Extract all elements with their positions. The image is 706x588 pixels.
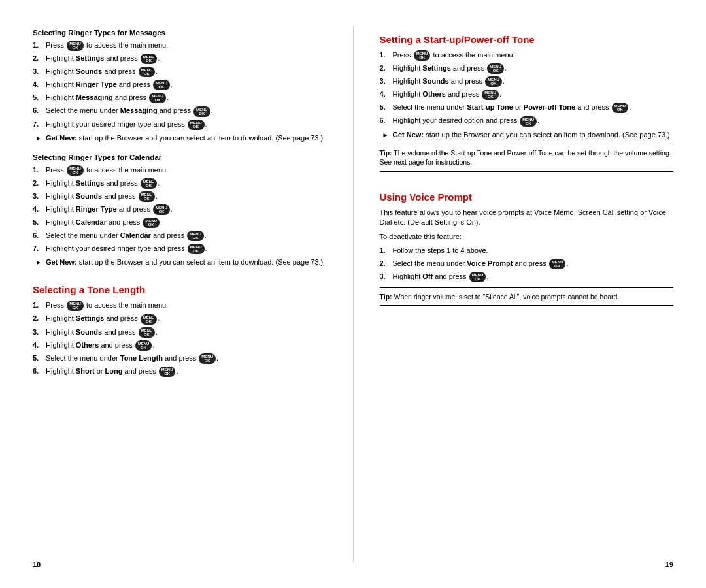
- ringer-calendar-list: 1. Press MENUOK to access the main menu.…: [33, 165, 327, 255]
- menu-ok-btn: MENUOK: [149, 93, 166, 103]
- menu-ok-btn: MENUOK: [135, 340, 152, 351]
- menu-ok-btn: MENUOK: [159, 367, 176, 377]
- section-voice-prompt: Using Voice Prompt This feature allows y…: [380, 184, 674, 311]
- menu-ok-btn: MENUOK: [485, 76, 502, 87]
- bullet-get-new-3: ► Get New: start up the Browser and you …: [380, 131, 674, 139]
- menu-ok-btn: MENUOK: [520, 116, 537, 127]
- list-item: 3. Highlight Sounds and press MENUOK.: [33, 327, 327, 338]
- tip-voice-prompt: Tip: When ringer volume is set to "Silen…: [380, 287, 674, 306]
- startup-tone-list: 1. Press MENUOK to access the main menu.…: [380, 50, 674, 127]
- list-item: 1. Press MENUOK to access the main menu.: [33, 301, 327, 311]
- section-ringer-messages: Selecting Ringer Types for Messages 1. P…: [33, 26, 327, 144]
- menu-ok-btn: MENUOK: [153, 204, 170, 215]
- menu-ok-btn: MENUOK: [139, 191, 156, 202]
- menu-ok-btn: MENUOK: [67, 301, 84, 311]
- menu-ok-btn: MENUOK: [469, 272, 486, 282]
- list-item: 3. Highlight Sounds and press MENUOK.: [33, 191, 327, 202]
- menu-ok-btn: MENUOK: [67, 165, 84, 176]
- list-item: 3. Highlight Off and press MENUOK.: [380, 272, 674, 282]
- section-ringer-calendar-title: Selecting Ringer Types for Calendar: [33, 154, 327, 161]
- list-item: 4. Highlight Others and press MENUOK.: [380, 90, 674, 100]
- voice-prompt-intro1: This feature allows you to hear voice pr…: [380, 208, 674, 228]
- menu-ok-btn: MENUOK: [612, 103, 629, 113]
- tone-length-list: 1. Press MENUOK to access the main menu.…: [33, 301, 327, 377]
- list-item: 3. Highlight Sounds and press MENUOK.: [33, 67, 327, 77]
- menu-ok-btn: MENUOK: [67, 41, 84, 51]
- menu-ok-btn: MENUOK: [549, 259, 566, 269]
- page-number-left: 18: [33, 561, 41, 568]
- voice-prompt-intro2: To deactivate this feature:: [380, 232, 674, 242]
- list-item: 1. Follow the steps 1 to 4 above.: [380, 246, 674, 255]
- bullet-get-new-2: ► Get New: start up the Browser and you …: [33, 258, 327, 266]
- section-tone-length: Selecting a Tone Length 1. Press MENUOK …: [33, 276, 327, 381]
- list-item: 6. Highlight Short or Long and press MEN…: [33, 367, 327, 377]
- list-item: 5. Select the menu under Tone Length and…: [33, 353, 327, 364]
- section-tone-length-title: Selecting a Tone Length: [33, 284, 327, 295]
- section-startup-tone-title: Setting a Start-up/Power-off Tone: [380, 34, 674, 45]
- menu-ok-btn: MENUOK: [153, 80, 170, 90]
- list-item: 5. Highlight Calendar and press MENUOK.: [33, 218, 327, 228]
- list-item: 7. Highlight your desired ringer type an…: [33, 244, 327, 254]
- menu-ok-btn: MENUOK: [188, 244, 205, 254]
- list-item: 1. Press MENUOK to access the main menu.: [33, 165, 327, 176]
- list-item: 7. Highlight your desired ringer type an…: [33, 120, 327, 130]
- section-startup-tone: Setting a Start-up/Power-off Tone 1. Pre…: [380, 26, 674, 177]
- list-item: 3. Highlight Sounds and press MENUOK.: [380, 76, 674, 87]
- section-voice-prompt-title: Using Voice Prompt: [380, 191, 674, 203]
- list-item: 6. Select the menu under Calendar and pr…: [33, 231, 327, 241]
- list-item: 4. Highlight Ringer Type and press MENUO…: [33, 204, 327, 215]
- menu-ok-btn: MENUOK: [188, 120, 205, 130]
- page-divider: [353, 26, 354, 562]
- menu-ok-btn: MENUOK: [141, 178, 158, 189]
- list-item: 4. Highlight Ringer Type and press MENUO…: [33, 80, 327, 90]
- menu-ok-btn: MENUOK: [414, 50, 431, 61]
- section-ringer-messages-title: Selecting Ringer Types for Messages: [33, 29, 327, 37]
- list-item: 2. Highlight Settings and press MENUOK.: [33, 54, 327, 64]
- list-item: 6. Highlight your desired option and pre…: [380, 116, 674, 126]
- voice-prompt-list: 1. Follow the steps 1 to 4 above. 2. Sel…: [380, 246, 674, 282]
- menu-ok-btn: MENUOK: [199, 353, 216, 364]
- list-item: 1. Press MENUOK to access the main menu.: [33, 41, 327, 51]
- menu-ok-btn: MENUOK: [187, 231, 204, 241]
- list-item: 2. Highlight Settings and press MENUOK.: [380, 63, 674, 74]
- list-item: 5. Highlight Messaging and press MENUOK.: [33, 93, 327, 103]
- menu-ok-btn: MENUOK: [139, 327, 156, 338]
- section-ringer-calendar: Selecting Ringer Types for Calendar 1. P…: [33, 151, 327, 269]
- menu-ok-btn: MENUOK: [482, 90, 499, 100]
- menu-ok-btn: MENUOK: [193, 106, 210, 117]
- list-item: 5. Select the menu under Start-up Tone o…: [380, 103, 674, 113]
- right-page: Setting a Start-up/Power-off Tone 1. Pre…: [380, 26, 674, 562]
- page-number-right: 19: [665, 561, 673, 568]
- ringer-messages-list: 1. Press MENUOK to access the main menu.…: [33, 41, 327, 130]
- tip-startup-tone: Tip: The volume of the Start-up Tone and…: [380, 144, 674, 172]
- menu-ok-btn: MENUOK: [141, 54, 158, 64]
- list-item: 2. Select the menu under Voice Prompt an…: [380, 259, 674, 269]
- list-item: 2. Highlight Settings and press MENUOK.: [33, 314, 327, 324]
- bullet-get-new: ► Get New: start up the Browser and you …: [33, 134, 327, 142]
- list-item: 4. Highlight Others and press MENUOK.: [33, 340, 327, 351]
- list-item: 2. Highlight Settings and press MENUOK.: [33, 178, 327, 189]
- menu-ok-btn: MENUOK: [487, 63, 504, 74]
- list-item: 6. Select the menu under Messaging and p…: [33, 106, 327, 116]
- left-page: Selecting Ringer Types for Messages 1. P…: [33, 26, 327, 562]
- list-item: 1. Press MENUOK to access the main menu.: [380, 50, 674, 61]
- menu-ok-btn: MENUOK: [143, 218, 160, 228]
- menu-ok-btn: MENUOK: [141, 314, 158, 325]
- menu-ok-btn: MENUOK: [139, 67, 156, 77]
